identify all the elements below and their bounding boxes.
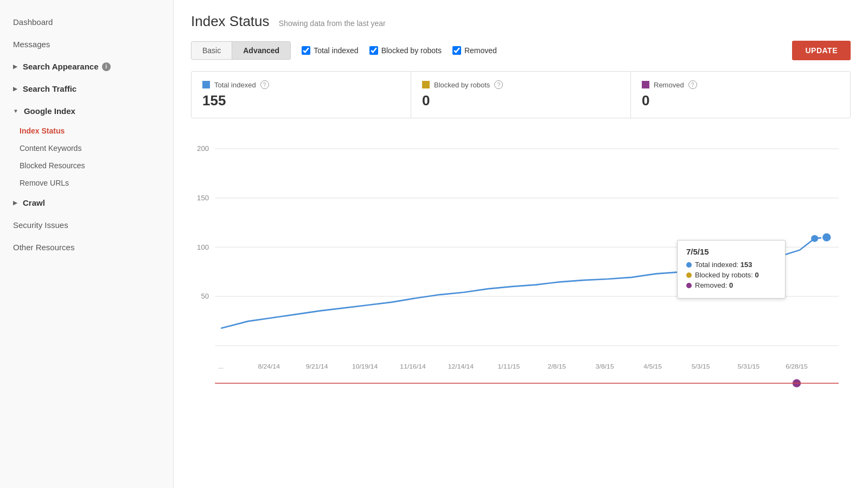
- sidebar-item-crawl-label: Crawl: [23, 198, 45, 207]
- svg-text:100: 100: [197, 243, 209, 251]
- svg-text:...: ...: [218, 363, 224, 371]
- update-button[interactable]: UPDATE: [792, 41, 851, 60]
- checkbox-total-indexed-label: Total indexed: [314, 46, 359, 55]
- checkbox-removed[interactable]: Removed: [452, 46, 497, 55]
- sidebar-item-blocked-resources[interactable]: Blocked Resources: [0, 157, 173, 174]
- tooltip-label-blocked-by-robots: Blocked by robots: 0: [695, 271, 759, 279]
- svg-text:3/8/15: 3/8/15: [596, 363, 614, 371]
- svg-text:8/24/14: 8/24/14: [258, 363, 280, 371]
- svg-text:6/28/15: 6/28/15: [786, 363, 808, 371]
- tab-basic[interactable]: Basic: [192, 42, 232, 59]
- sidebar-item-security-issues-label: Security Issues: [13, 220, 68, 230]
- stat-blocked-by-robots-value: 0: [422, 92, 620, 109]
- stat-blocked-by-robots-label-row: Blocked by robots ?: [422, 80, 620, 89]
- sidebar-sub-remove-urls-label: Remove URLs: [20, 179, 69, 187]
- sidebar-item-crawl[interactable]: ▶ Crawl: [0, 192, 173, 214]
- svg-text:200: 200: [197, 144, 209, 153]
- tooltip-label-removed: Removed: 0: [695, 281, 733, 289]
- tooltip-dot-total-indexed: [686, 262, 692, 268]
- sidebar-item-messages-label: Messages: [13, 40, 50, 49]
- sidebar-sub-content-keywords-label: Content Keywords: [20, 144, 81, 153]
- svg-text:1/11/15: 1/11/15: [498, 363, 520, 371]
- tooltip-dot-removed: [686, 283, 692, 288]
- sidebar-item-other-resources[interactable]: Other Resources: [0, 236, 173, 258]
- triangle-icon-google-index: ▼: [13, 108, 18, 114]
- stat-total-indexed-value: 155: [202, 92, 400, 109]
- svg-text:5/31/15: 5/31/15: [738, 363, 760, 371]
- svg-text:50: 50: [201, 292, 209, 300]
- tab-group: Basic Advanced: [191, 41, 291, 60]
- total-indexed-swatch: [202, 81, 210, 88]
- sidebar-item-content-keywords[interactable]: Content Keywords: [0, 140, 173, 157]
- svg-text:2/8/15: 2/8/15: [547, 363, 566, 371]
- removed-swatch: [642, 81, 649, 88]
- tooltip-row-blocked-by-robots: Blocked by robots: 0: [686, 271, 776, 279]
- svg-text:9/21/14: 9/21/14: [306, 363, 328, 371]
- checkbox-total-indexed[interactable]: Total indexed: [302, 46, 359, 55]
- sidebar-item-index-status[interactable]: Index Status: [0, 122, 173, 140]
- stat-removed-value: 0: [642, 92, 839, 109]
- chart-dot-tooltip: [811, 235, 818, 242]
- tab-advanced[interactable]: Advanced: [232, 42, 290, 59]
- svg-text:12/14/14: 12/14/14: [448, 363, 474, 371]
- tooltip-label-total-indexed: Total indexed: 153: [695, 261, 752, 269]
- tooltip-date: 7/5/15: [686, 247, 776, 256]
- svg-text:5/3/15: 5/3/15: [692, 363, 710, 371]
- sidebar-item-remove-urls[interactable]: Remove URLs: [0, 174, 173, 192]
- page-title: Index Status Showing data from the last …: [191, 13, 851, 30]
- tooltip-row-total-indexed: Total indexed: 153: [686, 261, 776, 269]
- sidebar-item-search-traffic[interactable]: ▶ Search Traffic: [0, 78, 173, 100]
- sidebar-item-google-index-label: Google Index: [24, 106, 75, 116]
- toolbar: Basic Advanced Total indexed Blocked by …: [191, 41, 851, 60]
- page-subtitle: Showing data from the last year: [279, 19, 386, 28]
- sidebar-item-search-appearance[interactable]: ▶ Search Appearance i: [0, 55, 173, 78]
- stat-blocked-by-robots: Blocked by robots ? 0: [411, 72, 631, 118]
- sidebar-item-search-traffic-label: Search Traffic: [23, 84, 76, 93]
- blocked-by-robots-swatch: [422, 81, 430, 88]
- sidebar-item-google-index[interactable]: ▼ Google Index: [0, 100, 173, 122]
- sidebar-item-messages[interactable]: Messages: [0, 33, 173, 55]
- page-title-row: Index Status Showing data from the last …: [191, 13, 851, 30]
- stat-total-indexed-label-row: Total indexed ?: [202, 80, 400, 89]
- stat-removed: Removed ? 0: [631, 72, 850, 118]
- blocked-by-robots-help-icon[interactable]: ?: [494, 80, 503, 89]
- sidebar-sub-blocked-resources-label: Blocked Resources: [20, 161, 85, 170]
- svg-text:150: 150: [197, 194, 209, 202]
- checkbox-removed-input[interactable]: [452, 46, 461, 55]
- checkbox-removed-label: Removed: [464, 46, 497, 55]
- sidebar: Dashboard Messages ▶ Search Appearance i…: [0, 0, 174, 488]
- tooltip-dot-blocked-by-robots: [686, 272, 692, 278]
- svg-text:4/5/15: 4/5/15: [643, 363, 662, 371]
- checkbox-blocked-by-robots[interactable]: Blocked by robots: [369, 46, 442, 55]
- chart-area: 200 150 100 50 ... 8/24/14 9/21/14 10/19…: [191, 131, 851, 392]
- stat-removed-label: Removed: [654, 81, 684, 89]
- sidebar-sub-index-status-label: Index Status: [20, 126, 65, 135]
- checkbox-total-indexed-input[interactable]: [302, 46, 310, 55]
- info-icon: i: [102, 62, 111, 71]
- checkbox-blocked-by-robots-input[interactable]: [369, 46, 378, 55]
- sidebar-item-dashboard-label: Dashboard: [13, 17, 53, 27]
- chart-dot-latest: [822, 233, 832, 242]
- tooltip-row-removed: Removed: 0: [686, 281, 776, 289]
- chart-tooltip: 7/5/15 Total indexed: 153 Blocked by rob…: [677, 240, 786, 299]
- total-indexed-help-icon[interactable]: ?: [260, 80, 269, 89]
- stat-total-indexed-label: Total indexed: [214, 81, 256, 89]
- stats-row: Total indexed ? 155 Blocked by robots ? …: [191, 71, 851, 118]
- stat-blocked-by-robots-label: Blocked by robots: [434, 81, 490, 89]
- stat-total-indexed: Total indexed ? 155: [192, 72, 411, 118]
- triangle-icon: ▶: [13, 64, 17, 69]
- removed-help-icon[interactable]: ?: [688, 80, 697, 89]
- sidebar-item-other-resources-label: Other Resources: [13, 243, 74, 252]
- checkbox-blocked-by-robots-label: Blocked by robots: [381, 46, 442, 55]
- sidebar-item-dashboard[interactable]: Dashboard: [0, 11, 173, 33]
- main-content: Index Status Showing data from the last …: [174, 0, 868, 488]
- stat-removed-label-row: Removed ?: [642, 80, 839, 89]
- svg-text:11/16/14: 11/16/14: [400, 363, 426, 371]
- triangle-icon-traffic: ▶: [13, 86, 17, 92]
- triangle-icon-crawl: ▶: [13, 200, 17, 206]
- sidebar-item-security-issues[interactable]: Security Issues: [0, 214, 173, 236]
- page-title-text: Index Status: [191, 13, 270, 29]
- svg-text:10/19/14: 10/19/14: [352, 363, 378, 371]
- sidebar-item-search-appearance-label: Search Appearance: [23, 62, 99, 71]
